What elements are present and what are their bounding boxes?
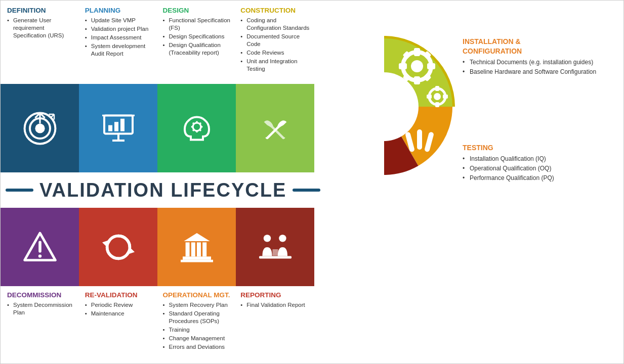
- definition-icon-box: [1, 84, 79, 172]
- planning-list: Update Site VMP Validation project Plan …: [85, 17, 155, 58]
- revalidation-column: RE-VALIDATION Periodic Review Maintenanc…: [81, 290, 159, 362]
- testing-title: TESTING: [463, 143, 616, 152]
- pie-test-tubes-icon: [405, 129, 434, 152]
- planning-item-3: Impact Assessment: [85, 34, 155, 41]
- svg-point-24: [38, 254, 41, 257]
- planning-title: PLANNING: [85, 7, 155, 14]
- svg-point-2: [35, 123, 45, 133]
- left-area: DEFINITION Generate User requirement Spe…: [1, 1, 314, 364]
- design-list: Functional Specification (FS) Design Spe…: [163, 17, 233, 57]
- operational-item-1: System Recovery Plan: [163, 301, 233, 309]
- tools-icon: [255, 108, 296, 149]
- refresh-icon: [98, 227, 139, 267]
- svg-rect-32: [183, 256, 211, 259]
- target-icon: [20, 108, 60, 149]
- revalidation-item-1: Periodic Review: [85, 301, 155, 309]
- operational-item-2: Standard Operating Procedures (SOPs): [163, 310, 233, 325]
- title-line-left: [6, 189, 33, 192]
- svg-rect-36: [259, 256, 292, 258]
- decommission-title: DECOMMISSION: [7, 291, 77, 299]
- planning-icon-box: [79, 84, 157, 172]
- revalidation-icon-box: [79, 208, 157, 286]
- design-column: DESIGN Functional Specification (FS) Des…: [159, 6, 237, 81]
- svg-rect-52: [435, 102, 439, 107]
- reporting-column: REPORTING Final Validation Report: [236, 290, 314, 362]
- construction-icon-box: [236, 84, 314, 172]
- svg-rect-43: [427, 63, 435, 69]
- testing-section: TESTING Installation Qualification (IQ) …: [463, 143, 616, 184]
- reporting-people-icon: [255, 227, 296, 267]
- svg-line-19: [199, 129, 200, 130]
- testing-item-2: Operational Qualification (OQ): [463, 164, 616, 172]
- svg-rect-42: [414, 76, 420, 84]
- svg-point-38: [350, 72, 419, 141]
- main-container: DEFINITION Generate User requirement Spe…: [0, 0, 624, 364]
- lifecycle-pie-chart: [313, 1, 455, 213]
- construction-list: Coding and Configuration Standards Docum…: [240, 17, 310, 73]
- svg-rect-28: [185, 242, 189, 256]
- svg-point-50: [434, 93, 441, 100]
- lifecycle-title-left: VALIDATION LIFECYCLE: [1, 172, 314, 208]
- construction-item-2: Documented Source Code: [240, 33, 310, 48]
- operational-list: System Recovery Plan Standard Operating …: [163, 301, 233, 351]
- installation-item-2: Baseline Hardware and Software Configura…: [463, 68, 616, 76]
- lifecycle-title: VALIDATION LIFECYCLE: [39, 179, 286, 201]
- decommission-column: DECOMMISSION System Decommission Plan: [3, 290, 81, 362]
- svg-rect-8: [114, 122, 118, 131]
- planning-item-2: Validation project Plan: [85, 25, 155, 33]
- svg-marker-27: [184, 233, 210, 241]
- svg-rect-33: [181, 259, 213, 262]
- operational-column: OPERATIONAL MGT. System Recovery Plan St…: [159, 290, 237, 362]
- bottom-icon-boxes: [1, 208, 314, 286]
- top-text-row: DEFINITION Generate User requirement Spe…: [1, 1, 314, 84]
- brain-gear-icon: [177, 108, 217, 149]
- testing-list: Installation Qualification (IQ) Operatio…: [463, 155, 616, 183]
- svg-point-40: [411, 60, 423, 72]
- operational-icon-box: [157, 208, 236, 286]
- svg-rect-56: [417, 129, 422, 150]
- presentation-icon: [98, 108, 139, 149]
- definition-item-1: Generate User requirement Specification …: [7, 17, 77, 39]
- operational-item-3: Training: [163, 326, 233, 334]
- definition-column: DEFINITION Generate User requirement Spe…: [3, 6, 81, 81]
- installation-item-1: Technical Documents (e.g. installation g…: [463, 58, 616, 66]
- svg-line-21: [193, 129, 194, 130]
- svg-rect-51: [435, 86, 439, 91]
- construction-item-3: Code Reviews: [240, 49, 310, 57]
- construction-item-4: Unit and Integration Testing: [240, 58, 310, 73]
- svg-line-20: [199, 122, 200, 124]
- definition-title: DEFINITION: [7, 7, 77, 14]
- planning-item-4: System development Audit Report: [85, 42, 155, 58]
- warning-icon: [20, 227, 60, 267]
- svg-line-18: [193, 122, 194, 124]
- decommission-icon-box: [1, 208, 79, 286]
- reporting-title: REPORTING: [240, 291, 310, 299]
- svg-point-34: [263, 235, 270, 242]
- svg-rect-7: [108, 125, 112, 131]
- revalidation-title: RE-VALIDATION: [85, 291, 155, 299]
- definition-list: Generate User requirement Specification …: [7, 17, 77, 39]
- svg-rect-30: [197, 242, 201, 256]
- reporting-icon-box: [236, 208, 314, 286]
- reporting-list: Final Validation Report: [240, 301, 310, 309]
- pie-text-area: INSTALLATION &CONFIGURATION Technical Do…: [455, 1, 623, 213]
- installation-section: INSTALLATION &CONFIGURATION Technical Do…: [463, 37, 616, 77]
- design-item-3: Design Qualification (Traceability repor…: [163, 41, 233, 57]
- design-item-1: Functional Specification (FS): [163, 17, 233, 32]
- decommission-list: System Decommission Plan: [7, 301, 77, 316]
- operational-title: OPERATIONAL MGT.: [163, 291, 233, 299]
- operational-item-4: Change Management: [163, 335, 233, 342]
- svg-rect-41: [414, 48, 420, 56]
- design-title: DESIGN: [163, 7, 233, 14]
- installation-title: INSTALLATION &CONFIGURATION: [463, 37, 616, 55]
- right-area: INSTALLATION &CONFIGURATION Technical Do…: [313, 1, 623, 364]
- reporting-item-1: Final Validation Report: [240, 301, 310, 309]
- top-icon-boxes: [1, 84, 314, 172]
- svg-rect-9: [120, 118, 124, 131]
- svg-point-35: [279, 235, 286, 242]
- svg-rect-31: [202, 242, 206, 256]
- pie-gear-icon: [399, 48, 435, 84]
- operational-item-5: Errors and Deviations: [163, 343, 233, 351]
- testing-item-1: Installation Qualification (IQ): [463, 155, 616, 163]
- revalidation-list: Periodic Review Maintenance: [85, 301, 155, 317]
